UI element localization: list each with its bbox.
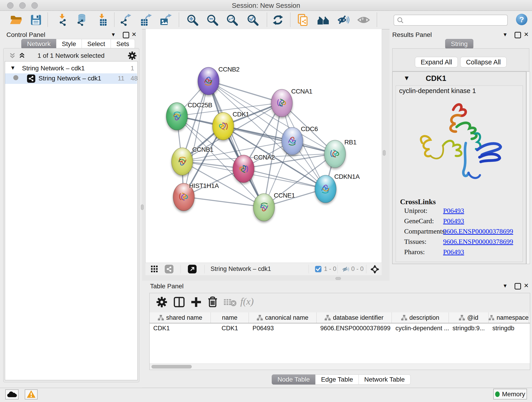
selected-checkbox-icon[interactable]: [315, 266, 322, 272]
edge-CCNB2-HIST1H1A[interactable]: [184, 81, 208, 197]
tab-edge-table[interactable]: Edge Table: [315, 375, 359, 385]
edge-CCNB2-CCNA1[interactable]: [208, 81, 282, 103]
tab-select[interactable]: Select: [82, 39, 111, 49]
cell-namespace[interactable]: stringdb: [489, 323, 529, 333]
edge-HIST1H1A-CCNE1[interactable]: [184, 197, 264, 207]
memory-button[interactable]: Memory: [493, 389, 527, 400]
tab-network-table[interactable]: Network Table: [359, 375, 411, 385]
clear-table-icon[interactable]: [224, 298, 237, 307]
close-panel-icon[interactable]: ✕: [524, 31, 529, 38]
close-panel-icon[interactable]: ✕: [524, 282, 529, 289]
first-neighbors-button[interactable]: [317, 13, 330, 26]
tab-network[interactable]: Network: [21, 39, 56, 49]
crosslink-link[interactable]: 9606.ENSP00000378699: [443, 227, 513, 235]
show-columns-icon[interactable]: [173, 297, 185, 308]
node-RB1[interactable]: [324, 140, 346, 168]
delete-column-icon[interactable]: [207, 296, 218, 308]
import-network-file-button[interactable]: [56, 13, 69, 26]
scrollbar-thumb[interactable]: [152, 365, 192, 369]
network-options-gear-icon[interactable]: [128, 51, 137, 60]
fit-selected-icon[interactable]: [370, 265, 379, 274]
zoom-in-button[interactable]: [186, 13, 199, 26]
open-session-button[interactable]: [10, 13, 22, 26]
birdseye-view-icon[interactable]: [151, 266, 158, 273]
tab-style[interactable]: Style: [56, 39, 82, 49]
cell--id[interactable]: stringdb:9...: [449, 323, 489, 333]
create-column-icon[interactable]: [191, 297, 201, 308]
results-scrollbar[interactable]: [526, 71, 530, 264]
import-table-file-button[interactable]: [95, 13, 108, 26]
zoom-out-button[interactable]: [206, 13, 219, 26]
export-table-button[interactable]: [139, 13, 152, 26]
node-CCNB1[interactable]: [171, 148, 193, 175]
string-style-icon[interactable]: [165, 265, 173, 274]
node-CCNA2[interactable]: [233, 155, 254, 183]
zoom-selected-button[interactable]: [246, 13, 259, 26]
table-horizontal-scrollbar[interactable]: [150, 364, 530, 370]
node-CCNA1[interactable]: [271, 89, 293, 117]
footer-divider: [309, 265, 309, 274]
node-CDC6[interactable]: [282, 127, 303, 155]
edge-CDK1-RB1[interactable]: [223, 126, 335, 153]
network-view-canvas[interactable]: CCNB2CCNA1CDC25BCDK1CDC6RB1CCNB1CCNA2CDK…: [146, 29, 382, 263]
column-header-description[interactable]: description: [392, 313, 449, 323]
node-CDC25B[interactable]: [166, 102, 188, 130]
float-panel-icon[interactable]: ▾: [504, 282, 507, 289]
bottom-splitter-handle[interactable]: [336, 277, 341, 280]
help-button[interactable]: ?: [516, 14, 527, 25]
collection-disclosure-icon[interactable]: ▼: [10, 65, 16, 71]
search-input[interactable]: [404, 16, 507, 25]
float-panel-icon[interactable]: ▾: [504, 31, 507, 38]
export-network-button[interactable]: [119, 13, 132, 26]
zoom-fit-button[interactable]: [226, 13, 239, 26]
hide-graphics-details-button[interactable]: [337, 13, 350, 26]
crosslink-link[interactable]: P06493: [443, 248, 464, 256]
column-header--id[interactable]: @id: [449, 313, 489, 323]
maximize-panel-icon[interactable]: [515, 32, 521, 38]
node-CDK1[interactable]: [212, 112, 234, 140]
close-panel-icon[interactable]: ✕: [132, 31, 137, 38]
cell-database-identifier[interactable]: 9606.ENSP00000378699: [317, 323, 392, 333]
save-session-button[interactable]: [30, 13, 42, 26]
function-builder-icon[interactable]: f(x): [240, 296, 254, 307]
column-header-canonical-name[interactable]: canonical name: [249, 313, 317, 323]
float-panel-icon[interactable]: ▾: [112, 31, 115, 38]
node-CDKN1A[interactable]: [315, 175, 336, 203]
open-in-browser-icon[interactable]: [188, 265, 196, 274]
cell-description[interactable]: cyclin-dependent ...: [392, 323, 449, 333]
duplicate-network-button[interactable]: [297, 13, 309, 26]
left-splitter-handle[interactable]: [141, 204, 144, 210]
crosslink-link[interactable]: P06493: [443, 217, 464, 225]
right-splitter-handle[interactable]: [383, 150, 386, 156]
table-options-gear-icon[interactable]: [156, 296, 167, 308]
expand-all-button[interactable]: Expand All: [415, 57, 458, 67]
column-header-shared-name[interactable]: shared name: [150, 313, 211, 323]
cell-name[interactable]: CDK1: [211, 323, 249, 333]
gene-disclosure-icon[interactable]: ▼: [404, 75, 410, 82]
network-row-selected[interactable]: String Network – cdk1 11 48: [5, 73, 137, 84]
column-header-database-identifier[interactable]: database identifier: [317, 313, 392, 323]
node-CCNE1[interactable]: [253, 193, 275, 221]
collapse-all-button[interactable]: Collapse All: [460, 57, 507, 67]
tab-node-table[interactable]: Node Table: [272, 375, 316, 385]
warnings-button[interactable]: [25, 389, 38, 400]
cloud-status-button[interactable]: [5, 389, 19, 400]
network-collection-row[interactable]: ▼ String Network – cdk1 1: [5, 63, 137, 74]
search-box[interactable]: [394, 15, 508, 26]
table-row[interactable]: CDK1CDK1P064939606.ENSP00000378699cyclin…: [150, 323, 530, 333]
column-header-namespace[interactable]: namespace: [489, 313, 529, 323]
cell-shared-name[interactable]: CDK1: [150, 323, 211, 333]
cell-canonical-name[interactable]: P06493: [249, 323, 317, 333]
node-CCNB2[interactable]: [198, 67, 219, 95]
maximize-panel-icon[interactable]: [515, 283, 521, 289]
column-header-name[interactable]: name: [211, 313, 249, 323]
show-graphics-details-button[interactable]: [357, 13, 370, 26]
crosslink-link[interactable]: P06493: [443, 207, 464, 215]
refresh-network-button[interactable]: [272, 13, 284, 26]
tab-string[interactable]: String: [445, 39, 473, 49]
tab-sets[interactable]: Sets: [111, 39, 135, 49]
import-network-database-button[interactable]: [75, 13, 88, 26]
maximize-panel-icon[interactable]: [123, 32, 129, 38]
crosslink-link[interactable]: 9606.ENSP00000378699: [443, 238, 513, 245]
export-image-button[interactable]: [159, 13, 172, 26]
